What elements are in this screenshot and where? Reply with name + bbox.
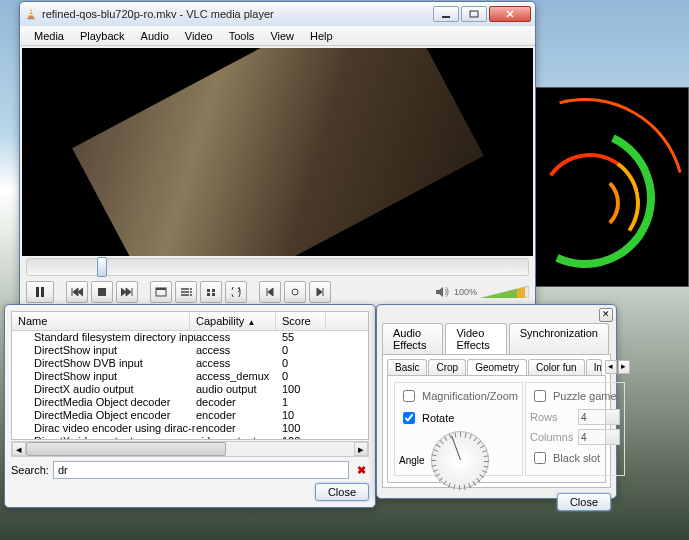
volume-slider[interactable] — [481, 286, 529, 298]
loop-button[interactable] — [225, 281, 247, 303]
close-button[interactable]: Close — [315, 483, 369, 501]
angle-dial[interactable] — [431, 431, 489, 489]
tab-audio-effects[interactable]: Audio Effects — [382, 323, 443, 354]
menu-audio[interactable]: Audio — [133, 28, 177, 44]
svg-rect-3 — [442, 16, 450, 18]
tab-basic[interactable]: Basic — [387, 359, 427, 375]
svg-point-11 — [190, 291, 192, 293]
rows-label: Rows — [530, 411, 574, 423]
table-row[interactable]: DirectX video outputvideo output100 — [12, 435, 368, 440]
tab-colorfun[interactable]: Color fun — [528, 359, 585, 375]
svg-rect-2 — [29, 14, 33, 15]
next-button[interactable] — [116, 281, 138, 303]
vlc-cone-icon — [24, 7, 38, 21]
table-row[interactable]: DirectShow DVB inputaccess0 — [12, 357, 368, 370]
close-button[interactable] — [489, 6, 531, 22]
scroll-thumb[interactable] — [26, 442, 226, 456]
columns-label: Columns — [530, 431, 574, 443]
horizontal-scrollbar[interactable]: ◂ ▸ — [11, 441, 369, 457]
rows-spinner[interactable] — [578, 409, 620, 425]
clear-search-icon[interactable]: ✖ — [353, 464, 369, 477]
search-input[interactable] — [53, 461, 349, 479]
modules-table: Name Capability ▲ Score Standard filesys… — [11, 311, 369, 440]
svg-point-10 — [190, 288, 192, 290]
stop-button[interactable] — [91, 281, 113, 303]
titlebar[interactable]: refined-qos-blu720p-ro.mkv - VLC media p… — [20, 2, 535, 26]
playback-controls: 100% — [20, 278, 535, 306]
svg-rect-4 — [470, 11, 478, 17]
menu-video[interactable]: Video — [177, 28, 221, 44]
volume-percent: 100% — [454, 287, 477, 297]
tab-image-modification[interactable]: Image modification — [586, 359, 602, 375]
tab-crop[interactable]: Crop — [428, 359, 466, 375]
seek-thumb[interactable] — [97, 257, 107, 277]
svg-point-12 — [190, 294, 192, 296]
search-label: Search: — [11, 464, 49, 476]
table-row[interactable]: DirectMedia Object encoderencoder10 — [12, 409, 368, 422]
menu-view[interactable]: View — [262, 28, 302, 44]
tab-synchronization[interactable]: Synchronization — [509, 323, 609, 354]
fullscreen-button[interactable] — [150, 281, 172, 303]
svg-rect-7 — [98, 288, 106, 296]
seek-slider[interactable] — [26, 258, 529, 276]
tab-geometry[interactable]: Geometry — [467, 359, 527, 375]
close-icon[interactable]: ✕ — [599, 308, 613, 322]
svg-rect-0 — [28, 18, 35, 20]
menu-help[interactable]: Help — [302, 28, 341, 44]
table-row[interactable]: Standard filesystem directory inputacces… — [12, 331, 368, 344]
window-title: refined-qos-blu720p-ro.mkv - VLC media p… — [42, 8, 433, 20]
speaker-icon[interactable] — [434, 284, 450, 300]
rotate-checkbox[interactable]: Rotate — [399, 409, 518, 427]
menu-playback[interactable]: Playback — [72, 28, 133, 44]
step-fwd-button[interactable] — [309, 281, 331, 303]
svg-rect-1 — [29, 11, 33, 12]
svg-point-13 — [292, 289, 298, 295]
table-row[interactable]: DirectX audio outputaudio output100 — [12, 383, 368, 396]
blackslot-checkbox[interactable]: Black slot — [530, 449, 620, 467]
scroll-left-arrow[interactable]: ◂ — [12, 442, 26, 456]
svg-rect-6 — [41, 287, 44, 297]
svg-rect-9 — [156, 288, 166, 290]
table-row[interactable]: Dirac video encoder using dirac-research… — [12, 422, 368, 435]
scroll-right-arrow[interactable]: ▸ — [354, 442, 368, 456]
angle-label: Angle — [399, 455, 425, 466]
tabs-scroll-left[interactable]: ◂ — [605, 360, 617, 374]
playlist-button[interactable] — [175, 281, 197, 303]
menu-media[interactable]: Media — [26, 28, 72, 44]
table-row[interactable]: DirectMedia Object decoderdecoder1 — [12, 396, 368, 409]
maximize-button[interactable] — [461, 6, 487, 22]
table-row[interactable]: DirectShow inputaccess_demux0 — [12, 370, 368, 383]
vlc-main-window: refined-qos-blu720p-ro.mkv - VLC media p… — [19, 1, 536, 328]
puzzle-checkbox[interactable]: Puzzle game — [530, 387, 620, 405]
effects-window: ✕ Audio Effects Video Effects Synchroniz… — [376, 304, 617, 499]
table-row[interactable]: DirectShow inputaccess0 — [12, 344, 368, 357]
menu-tools[interactable]: Tools — [221, 28, 263, 44]
pause-button[interactable] — [26, 281, 54, 303]
video-area[interactable] — [22, 48, 533, 256]
col-cap-header[interactable]: Capability ▲ — [190, 312, 276, 330]
video-frame — [72, 48, 484, 256]
magnification-checkbox[interactable]: Magnification/Zoom — [399, 387, 518, 405]
record-button[interactable] — [284, 281, 306, 303]
step-back-button[interactable] — [259, 281, 281, 303]
col-name-header[interactable]: Name — [12, 312, 190, 330]
prev-button[interactable] — [66, 281, 88, 303]
minimize-button[interactable] — [433, 6, 459, 22]
dial-needle — [451, 435, 461, 460]
columns-spinner[interactable] — [578, 429, 620, 445]
close-button[interactable]: Close — [557, 493, 611, 511]
modules-window: Name Capability ▲ Score Standard filesys… — [4, 304, 376, 508]
col-score-header[interactable]: Score — [276, 312, 326, 330]
menubar: Media Playback Audio Video Tools View He… — [20, 26, 535, 46]
tabs-scroll-right[interactable]: ▸ — [618, 360, 630, 374]
tab-video-effects[interactable]: Video Effects — [445, 323, 506, 354]
settings-button[interactable] — [200, 281, 222, 303]
svg-rect-5 — [36, 287, 39, 297]
